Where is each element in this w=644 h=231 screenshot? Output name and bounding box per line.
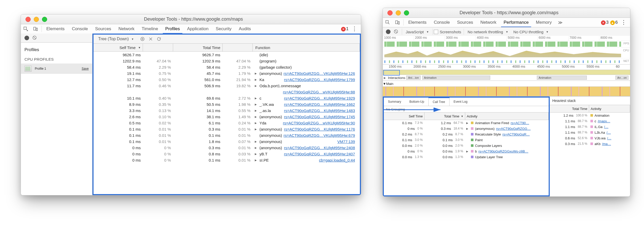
source-link[interactable]: rs=ACT90oGqRZGG…KUlgM95Hw:1483 bbox=[284, 108, 358, 113]
save-link[interactable]: Save bbox=[82, 67, 89, 70]
overflow-icon[interactable]: ≫ bbox=[555, 20, 565, 25]
source-link[interactable]: rs=ACT90oGqRZGG… bbox=[496, 127, 531, 131]
refresh-icon[interactable] bbox=[157, 37, 161, 41]
profile-row[interactable]: 10.1 ms0.40 %69.6 ms2.72 %▶crs=ACT90oGqR… bbox=[94, 95, 360, 101]
hv-col-activity[interactable]: Activity bbox=[589, 105, 630, 112]
profile-row[interactable]: 0.5 ms0.02 %6.1 ms0.24 %▶Ydars=ACT90oGqR… bbox=[94, 120, 360, 126]
source-link[interactable]: rs=ACT90oGqRZGG…KUlgM95Hw:1799 bbox=[284, 77, 358, 82]
col-total-time[interactable]: Total Time bbox=[173, 44, 223, 51]
source-link[interactable]: rs=ACT90oGqRZGG…KUlgM95Hw:1929 bbox=[284, 96, 358, 100]
call-tree-row[interactable]: 0.2 ms8.7 %0.2 ms8.7 %Recalculate Style … bbox=[384, 131, 549, 137]
tab-elements[interactable]: Elements bbox=[43, 24, 68, 34]
source-link[interactable]: rs=ACT90oGqRZGG…VKUlgM95Hw:126 bbox=[284, 71, 358, 76]
call-tree-row[interactable]: 0.0 ms2.0 %0.0 ms2.0 %Composite Layers bbox=[384, 143, 549, 148]
device-toggle-icon[interactable] bbox=[393, 20, 402, 25]
grouping-filter[interactable]: No Grouping bbox=[384, 106, 549, 113]
source-link[interactable]: rs=ACT90oGqRZGG…KUlgM95Hw:2408 bbox=[284, 146, 358, 150]
call-tree-row[interactable]: 0.0 ms1.3 %0.0 ms1.3 %Update Layer Tree bbox=[384, 154, 549, 160]
call-tree-row[interactable]: 0.1 ms3.0 %0.1 ms3.0 %Paint bbox=[384, 137, 549, 143]
source-link[interactable]: rs=ACT90oGqRZGG…KUlgM95Hw:1745 bbox=[284, 115, 358, 119]
delete-icon[interactable] bbox=[148, 37, 153, 41]
error-badge[interactable]: ✕3 bbox=[601, 20, 608, 25]
profile-row[interactable]: 9626.7 ms9626.7 ms(idle) bbox=[94, 52, 360, 58]
timeline-overview[interactable]: 1000 ms2000 ms3000 ms4000 ms5000 ms6000 … bbox=[383, 36, 630, 65]
profile-row[interactable]: rs=ACT90oGqRZGG…wVKUlgM95Hw:88 bbox=[94, 89, 360, 95]
source-link[interactable]: rs=ACT90oGqRZGG…wVKUlgM95Hw:90 bbox=[283, 121, 358, 125]
ct-col-total[interactable]: Total Time▼ bbox=[425, 113, 465, 120]
inspect-icon[interactable] bbox=[383, 20, 393, 25]
ct-col-self[interactable]: Self Time bbox=[384, 113, 425, 120]
flame-chart[interactable] bbox=[383, 87, 630, 96]
source-link[interactable]: /maps… bbox=[598, 119, 610, 123]
profile-row[interactable]: 11.7 ms0.46 %506.9 ms19.82 %▶Oda.b.port1… bbox=[94, 83, 360, 89]
tab-audits[interactable]: Audits bbox=[235, 24, 255, 34]
col-self-time[interactable]: Self Time▼ bbox=[94, 44, 143, 51]
overview-scrubber[interactable] bbox=[383, 70, 630, 75]
heaviest-row[interactable]: 1.1 ms88.7 %iL.Ga /… bbox=[550, 124, 630, 130]
bottom-tab-bottom-up[interactable]: Bottom-Up bbox=[405, 98, 428, 106]
hv-col-total[interactable]: Total Time bbox=[550, 105, 589, 112]
source-link[interactable]: /… bbox=[606, 131, 611, 134]
detail-ruler[interactable]: 1500 ms2000 ms2500 ms3000 ms3500 ms4000 … bbox=[383, 65, 630, 70]
profile-row[interactable]: 0 ms0 %0.3 ms0.01 %▶(anonymous)rs=ACT90o… bbox=[94, 145, 360, 151]
heaviest-row[interactable]: 0.6 ms52.6 %VJb.wa /… bbox=[550, 135, 630, 141]
focus-icon[interactable] bbox=[140, 37, 145, 41]
inspect-icon[interactable] bbox=[21, 26, 31, 31]
language-dropdown[interactable]: JavaScript▼ bbox=[406, 30, 429, 34]
bottom-tab-call-tree[interactable]: Call Tree bbox=[428, 98, 450, 106]
heaviest-row[interactable]: 1.1 ms88.7 %c /maps… bbox=[550, 118, 630, 124]
view-mode-dropdown[interactable]: Tree (Top Down)▼ bbox=[98, 37, 134, 41]
ct-col-activity[interactable]: Activity bbox=[465, 113, 549, 120]
call-tree-row[interactable]: 0 ms0 %0.3 ms18.4 %▶(anonymous) rs=ACT90… bbox=[384, 126, 549, 131]
source-link[interactable]: rs=ACT90… bbox=[511, 121, 529, 125]
tab-elements[interactable]: Elements bbox=[405, 18, 430, 27]
profile-row[interactable]: 58.4 ms2.29 %58.4 ms2.29 %(garbage colle… bbox=[94, 64, 360, 70]
col-function[interactable]: Function bbox=[253, 44, 360, 51]
tab-memory[interactable]: Memory bbox=[532, 18, 555, 27]
tab-console[interactable]: Console bbox=[68, 24, 91, 34]
source-link[interactable]: rs=ACT90oGqR… bbox=[502, 132, 530, 136]
network-throttle-dropdown[interactable]: No network throttling▼ bbox=[468, 30, 508, 34]
source-link[interactable]: cb=gapi.loaded_0:44 bbox=[319, 158, 358, 162]
interactions-lane[interactable]: ▶ Interactions Ani…ion Animation Animati… bbox=[383, 75, 630, 81]
bottom-tab-event-log[interactable]: Event Log bbox=[450, 98, 472, 106]
profile-row[interactable]: 0.1 ms0.01 %0.3 ms0.01 %▶(anonymous)rs=A… bbox=[94, 126, 360, 132]
clear-icon[interactable] bbox=[394, 29, 398, 35]
tab-sources[interactable]: Sources bbox=[91, 24, 115, 34]
main-lane-header[interactable]: ▼Main bbox=[383, 81, 630, 87]
source-link[interactable]: rs=ACT90oGqRZGG…KUlgM95Hw:2407 bbox=[284, 152, 358, 156]
screenshots-checkbox[interactable] bbox=[434, 30, 438, 34]
profile-row[interactable]: 2.6 ms0.10 %38.1 ms1.49 %▶(anonymous)rs=… bbox=[94, 114, 360, 120]
profile-item[interactable]: Profile 1 Save bbox=[21, 63, 92, 74]
source-link[interactable]: rs=ACT90oGqRZGG…KUlgM95Hw:1176 bbox=[284, 127, 358, 131]
warning-badge[interactable]: ▲6 bbox=[610, 20, 618, 25]
more-menu-icon[interactable]: ⋮ bbox=[619, 19, 628, 26]
record-button[interactable] bbox=[386, 29, 391, 34]
profile-row[interactable]: 0 ms0 %0.8 ms0.03 %▶yB.Trs=ACT90oGqRZGG…… bbox=[94, 151, 360, 157]
tab-console[interactable]: Console bbox=[430, 18, 453, 27]
profile-row[interactable]: 19.1 ms0.75 %45.7 ms1.79 %▶(anonymous)rs… bbox=[94, 70, 360, 76]
more-menu-icon[interactable]: ⋮ bbox=[350, 26, 359, 32]
source-link[interactable]: VM77:139 bbox=[337, 139, 358, 144]
profile-row[interactable]: 12.7 ms0.50 %561.0 ms21.94 %▶Kars=ACT90o… bbox=[94, 76, 360, 83]
heaviest-row[interactable]: 1.1 ms88.7 %LJb.Aa /… bbox=[550, 130, 630, 135]
tab-profiles[interactable]: Profiles bbox=[162, 24, 184, 34]
call-tree-row[interactable]: 0 ms0 %0.0 ms1.9 %▶b rs=ACT90oGqRZGGxuWo… bbox=[384, 148, 549, 154]
tab-network[interactable]: Network bbox=[115, 24, 138, 34]
tab-security[interactable]: Security bbox=[212, 24, 235, 34]
source-link[interactable]: /… bbox=[607, 136, 612, 140]
source-link[interactable]: /ma… bbox=[602, 142, 611, 146]
call-tree-row[interactable]: 0.1 ms7.3 %1.2 ms64.7 %▶Animation Frame … bbox=[384, 120, 549, 126]
cpu-throttle-dropdown[interactable]: No CPU throttling▼ bbox=[513, 30, 549, 34]
bottom-tab-summary[interactable]: Summary bbox=[384, 98, 405, 106]
tab-network[interactable]: Network bbox=[477, 18, 500, 27]
source-link[interactable]: rs=ACT90oGqRZGG…wVKUlgM95Hw:88 bbox=[283, 90, 358, 94]
source-link[interactable]: /… bbox=[604, 125, 608, 129]
tab-performance[interactable]: Performance bbox=[500, 18, 532, 27]
profile-row[interactable]: 0.1 ms0.01 %0.1 ms0.01 %(anonymous)rs=AC… bbox=[94, 132, 360, 138]
tab-sources[interactable]: Sources bbox=[453, 18, 477, 27]
record-button[interactable] bbox=[24, 36, 29, 40]
heaviest-row[interactable]: 0.3 ms21.5 %aKb /ma… bbox=[550, 141, 630, 147]
source-link[interactable]: rs=ACT90oGqRZGG…VKUlgM95Hw:679 bbox=[284, 133, 358, 138]
profile-row[interactable]: 0.1 ms0.01 %1.8 ms0.07 %▶(anonymous)VM77… bbox=[94, 138, 360, 145]
